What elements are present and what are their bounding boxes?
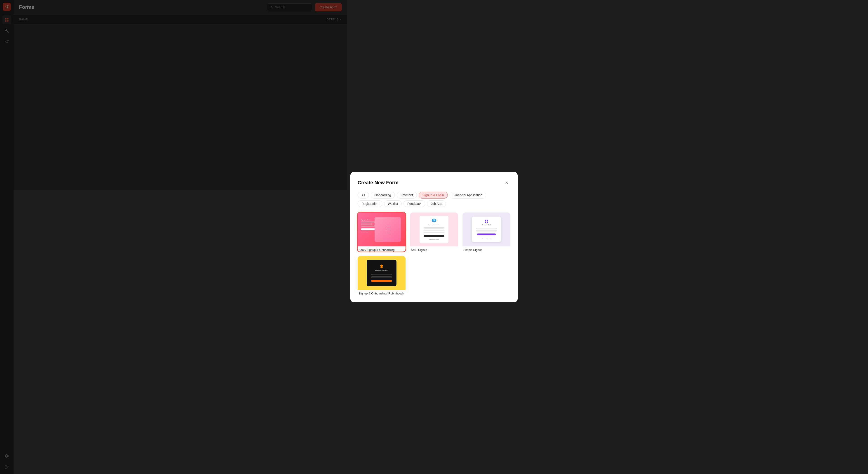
modal-overlay[interactable]: Create New Form All Onboarding Payment S… — [0, 0, 347, 190]
